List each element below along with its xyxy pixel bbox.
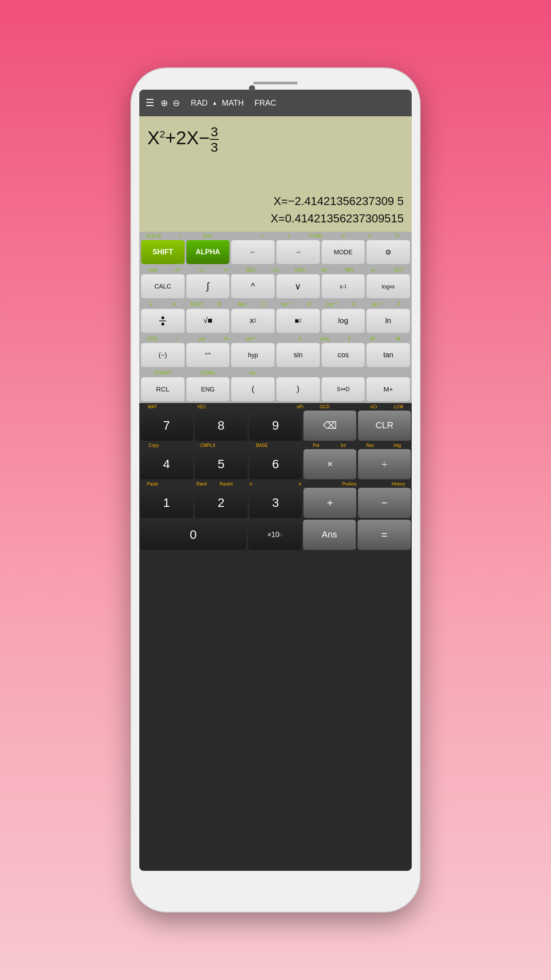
btn-3[interactable]: 3 <box>249 488 302 518</box>
sec-empty4 <box>263 404 287 410</box>
sec-abc: a b/c <box>312 335 337 342</box>
sec-rannum: Ran# <box>189 482 214 487</box>
sec-asin: sin⁻¹ <box>276 300 298 308</box>
phone-frame: ☰ ⊕ ⊖ RAD ▲ MATH FRAC X2+2X−33 X=−2.4142… <box>131 68 420 912</box>
sec-empty4 <box>312 482 337 487</box>
close-paren-button[interactable]: ) <box>276 377 320 401</box>
sec-int: Int <box>330 443 357 448</box>
row-bottom: 0 ×10□ Ans = <box>139 519 412 553</box>
alpha-button[interactable]: ALPHA <box>186 240 230 264</box>
clr-button[interactable]: CLR <box>358 411 411 441</box>
sec-ranint: RanInt <box>214 482 238 487</box>
sec-f: F <box>388 300 411 308</box>
menu-icon[interactable]: ☰ <box>146 97 154 109</box>
mplus-button[interactable]: M+ <box>366 377 410 401</box>
row4-labels: CONST CONV lim <box>139 369 412 376</box>
zoom-in-icon[interactable]: ⊕ <box>161 98 168 108</box>
tan-button[interactable]: tan <box>366 343 410 367</box>
btn-9[interactable]: 9 <box>249 411 302 441</box>
row2-labels: ∠ A FACT B Abs C sin⁻¹ D cos⁻¹ E tan⁻¹ F <box>139 300 412 308</box>
rcl-button[interactable]: RCL <box>141 377 185 401</box>
sec-empty5 <box>337 404 362 410</box>
sec-rec: Rec <box>357 443 384 448</box>
cos-button[interactable]: cos <box>322 343 365 367</box>
sec-cmplx: CMPLX <box>194 443 221 448</box>
btn-5[interactable]: 5 <box>195 449 248 479</box>
plus-button[interactable]: + <box>303 488 356 518</box>
sec-empty3 <box>263 482 287 487</box>
sec-m: M <box>386 335 411 342</box>
integral-button[interactable]: ∫ <box>186 274 230 298</box>
display-result: X=−2.41421356237309 5X=0.414213562373095… <box>147 193 404 227</box>
sec-ex: eˣ <box>362 266 386 273</box>
power-down-button[interactable]: ∨ <box>276 274 320 298</box>
sec-base: BASE <box>248 443 276 448</box>
sec-npr: nPr <box>288 404 312 410</box>
sec-empty <box>165 404 189 410</box>
divide-button[interactable]: ÷ <box>358 449 411 479</box>
sec-gcd: GCD <box>312 404 337 410</box>
hyp-button[interactable]: hyp <box>231 343 275 367</box>
negative-button[interactable]: (−) <box>141 343 185 367</box>
row-789: 7 8 9 ⌫ CLR <box>139 410 412 442</box>
sec-lim: lim <box>230 369 276 376</box>
sec-xfact: x! <box>330 232 357 239</box>
btn-0[interactable]: 0 <box>140 520 246 550</box>
log-base-button[interactable]: logax <box>366 274 410 298</box>
open-paren-button[interactable]: ( <box>231 377 275 401</box>
zoom-out-icon[interactable]: ⊖ <box>173 98 180 108</box>
sec-empty2 <box>321 369 366 376</box>
sin-button[interactable]: sin <box>276 343 320 367</box>
sec-sto: STO <box>140 335 165 342</box>
sec-empty <box>167 443 194 448</box>
equals-button[interactable]: = <box>358 520 411 550</box>
sec-sigma: Σ <box>357 232 384 239</box>
settings-button[interactable]: ⚙ <box>366 240 410 264</box>
x-inverse-button[interactable]: x-1 <box>322 274 365 298</box>
x10-button[interactable]: ×10□ <box>248 520 301 550</box>
log-button[interactable]: log <box>322 309 365 333</box>
row-123: 1 2 3 + − <box>139 487 412 519</box>
btn-7[interactable]: 7 <box>140 411 193 441</box>
sec-intg: Intg <box>384 443 411 448</box>
row0-buttons: SHIFT ALPHA ← → MODE ⚙ <box>139 239 412 266</box>
multiply-button[interactable]: × <box>303 449 356 479</box>
sec-empty1 <box>276 369 321 376</box>
sec-solve: SOLVE <box>140 232 167 239</box>
s-to-d-button[interactable]: S⇔D <box>322 377 365 401</box>
right-arrow-button[interactable]: → <box>276 240 320 264</box>
sec-empty3 <box>366 369 411 376</box>
minus-button[interactable]: − <box>358 488 411 518</box>
mode-button[interactable]: MODE <box>322 240 365 264</box>
power-up-button[interactable]: ^ <box>231 274 275 298</box>
backspace-button[interactable]: ⌫ <box>303 411 356 441</box>
eng-button[interactable]: ENG <box>186 377 230 401</box>
btn-6[interactable]: 6 <box>249 449 302 479</box>
sec-nroot: ⁿ√□ <box>189 266 214 273</box>
calc-button[interactable]: CALC <box>141 274 185 298</box>
degrees-button[interactable]: °''' <box>186 343 230 367</box>
btn-1[interactable]: 1 <box>140 488 193 518</box>
shift-button[interactable]: SHIFT <box>141 240 185 264</box>
row4-buttons: RCL ENG ( ) S⇔D M+ <box>139 376 412 403</box>
sec-lcm: LCM <box>386 404 411 410</box>
ans-button[interactable]: Ans <box>303 520 356 550</box>
sec-divr: ÷R <box>165 266 189 273</box>
btn-4[interactable]: 4 <box>140 449 193 479</box>
fraction-button[interactable]: ■ ■ <box>141 309 185 333</box>
btn-8[interactable]: 8 <box>195 411 248 441</box>
buttons-section: SOLVE = d/dx : { } FUNC x! Σ Π SHIFT ALP… <box>139 232 412 871</box>
sqrt-button[interactable]: √■ <box>186 309 230 333</box>
sec-copy: Copy <box>140 443 167 448</box>
sec-empty <box>165 482 189 487</box>
btn-2[interactable]: 2 <box>195 488 248 518</box>
square-root-box-button[interactable]: ■2 <box>276 309 320 333</box>
left-arrow-button[interactable]: ← <box>231 240 275 264</box>
sec-x-var: X <box>288 335 312 342</box>
x-squared-button[interactable]: x2 <box>231 309 275 333</box>
sec-dec: DEC <box>239 266 263 273</box>
sec-empty5 <box>362 482 386 487</box>
ln-button[interactable]: ln <box>366 309 410 333</box>
calculator-display: X2+2X−33 X=−2.41421356237309 5X=0.414213… <box>139 116 412 232</box>
sec-bin: BIN <box>337 266 362 273</box>
